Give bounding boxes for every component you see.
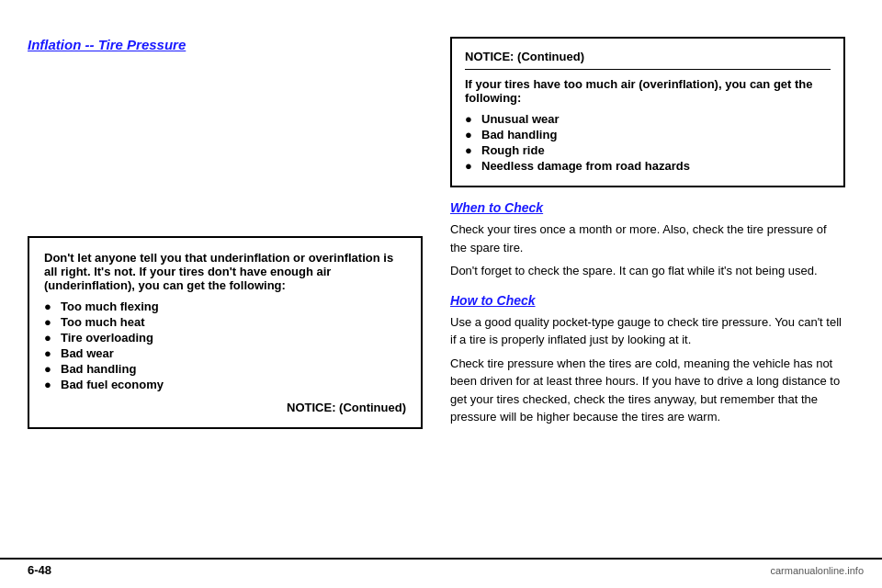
list-item-flexing: Too much flexing [44, 300, 406, 313]
page-footer: 6-48 carmanualonline.info [0, 558, 882, 577]
list-item-bad-handling: Bad handling [44, 362, 406, 376]
how-to-check-text2: Check tire pressure when the tires are c… [450, 355, 845, 426]
notice-continued-label: NOTICE: (Continued) [44, 401, 406, 414]
when-to-check-title: When to Check [450, 200, 845, 215]
overinflation-intro: If your tires have too much air (overinf… [465, 77, 831, 105]
how-to-check-text1: Use a good quality pocket-type gauge to … [450, 313, 845, 349]
list-item-bad-wear: Bad wear [44, 346, 406, 360]
list-item-unusual-wear: Unusual wear [465, 112, 831, 126]
when-to-check-text2: Don't forget to check the spare. It can … [450, 262, 845, 280]
underinflation-intro: Don't let anyone tell you that underinfl… [44, 251, 406, 292]
left-column: Inflation -- Tire Pressure Don't let any… [28, 37, 423, 429]
footer-logo: carmanualonline.info [770, 565, 882, 576]
page-number: 6-48 [0, 563, 51, 577]
overinflation-list: Unusual wear Bad handling Rough ride Nee… [465, 112, 831, 173]
underinflation-notice-box: Don't let anyone tell you that underinfl… [28, 236, 423, 429]
underinflation-list: Too much flexing Too much heat Tire over… [44, 300, 406, 391]
when-to-check-text1: Check your tires once a month or more. A… [450, 220, 845, 256]
list-item-bad-handling: Bad handling [465, 128, 831, 141]
how-to-check-title: How to Check [450, 293, 845, 308]
right-notice-title: NOTICE: (Continued) [465, 50, 831, 70]
overinflation-notice-box: NOTICE: (Continued) If your tires have t… [450, 37, 845, 187]
right-column: NOTICE: (Continued) If your tires have t… [450, 37, 845, 432]
page-title: Inflation -- Tire Pressure [28, 37, 423, 52]
list-item-heat: Too much heat [44, 315, 406, 329]
list-item-overloading: Tire overloading [44, 331, 406, 345]
list-item-bad-fuel: Bad fuel economy [44, 378, 406, 391]
page-container: Inflation -- Tire Pressure Don't let any… [0, 0, 882, 588]
list-item-rough-ride: Rough ride [465, 143, 831, 157]
list-item-needless-damage: Needless damage from road hazards [465, 159, 831, 173]
